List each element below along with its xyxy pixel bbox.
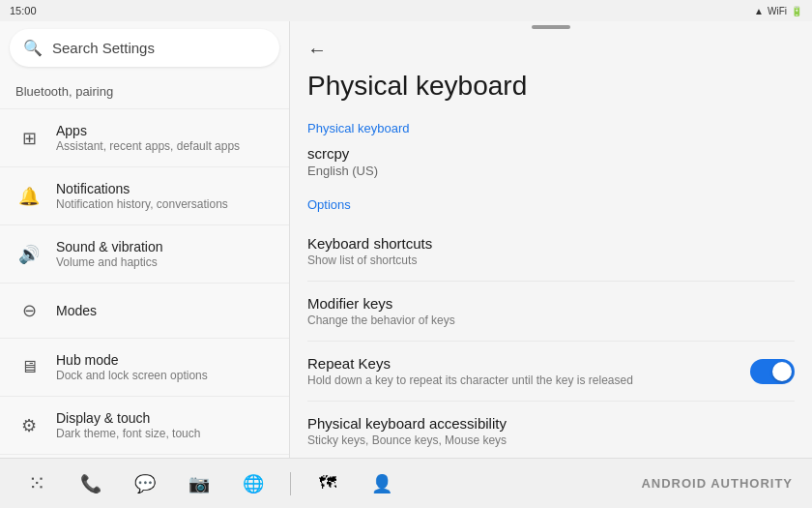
device-name: scrcpy — [307, 145, 795, 162]
sound-icon: 🔊 — [15, 241, 43, 268]
sidebar-item-hubmode[interactable]: 🖥 Hub mode Dock and lock screen options — [0, 339, 289, 397]
top-bar — [290, 21, 812, 29]
repeat-keys-toggle[interactable] — [750, 359, 795, 384]
phone-icon[interactable]: 📞 — [73, 466, 108, 501]
shortcuts-subtitle: Show list of shortcuts — [307, 254, 795, 267]
apps-title: Apps — [56, 123, 240, 138]
sidebar-item-modes[interactable]: ⊖ Modes — [0, 284, 289, 339]
accessibility-subtitle: Sticky keys, Bounce keys, Mouse keys — [307, 433, 795, 447]
main-layout: 🔍 Search Settings Bluetooth, pairing ⊞ A… — [0, 21, 812, 458]
display-title: Display & touch — [56, 410, 200, 426]
apps-icon[interactable]: ⁙ — [19, 466, 54, 501]
notifications-title: Notifications — [56, 181, 228, 196]
sidebar-item-display[interactable]: ⚙ Display & touch Dark theme, font size,… — [0, 397, 289, 455]
modifier-subtitle: Change the behavior of keys — [307, 314, 795, 327]
modes-icon: ⊖ — [15, 297, 43, 324]
status-icons: ▲ WiFi 🔋 — [754, 6, 802, 16]
notifications-icon: 🔔 — [15, 183, 43, 210]
apps-icon: ⊞ — [15, 125, 43, 152]
taskbar-icons-left: ⁙ 📞 💬 📷 🌐 🗺 👤 — [19, 466, 399, 501]
status-time: 15:00 — [10, 5, 37, 16]
keyboard-device: scrcpy English (US) — [307, 145, 795, 178]
notifications-subtitle: Notification history, conversations — [56, 197, 228, 211]
modes-title: Modes — [56, 303, 97, 318]
modifier-keys-row[interactable]: Modifier keys Change the behavior of key… — [307, 282, 795, 342]
sidebar-item-notifications[interactable]: 🔔 Notifications Notification history, co… — [0, 167, 289, 225]
keyboard-shortcuts-row[interactable]: Keyboard shortcuts Show list of shortcut… — [307, 222, 795, 282]
options-section: Options Keyboard shortcuts Show list of … — [307, 197, 795, 458]
camera-icon[interactable]: 📷 — [182, 466, 217, 501]
display-subtitle: Dark theme, font size, touch — [56, 427, 200, 440]
sidebar-item-apps[interactable]: ⊞ Apps Assistant, recent apps, default a… — [0, 109, 289, 167]
accessibility-title: Physical keyboard accessibility — [307, 415, 795, 432]
accessibility-row[interactable]: Physical keyboard accessibility Sticky k… — [307, 402, 795, 458]
sidebar-item-sound[interactable]: 🔊 Sound & vibration Volume and haptics — [0, 225, 289, 284]
repeat-keys-subtitle: Hold down a key to repeat its character … — [307, 374, 750, 387]
apps-subtitle: Assistant, recent apps, default apps — [56, 139, 240, 153]
display-icon: ⚙ — [15, 412, 43, 439]
profile-icon[interactable]: 👤 — [364, 466, 399, 501]
repeat-keys-row[interactable]: Repeat Keys Hold down a key to repeat it… — [307, 342, 795, 402]
options-label: Options — [307, 197, 795, 212]
section-label-keyboard: Physical keyboard — [307, 121, 795, 135]
status-bar: 15:00 ▲ WiFi 🔋 — [0, 0, 812, 21]
shortcuts-title: Keyboard shortcuts — [307, 235, 795, 252]
right-panel: ← Physical keyboard Physical keyboard sc… — [290, 21, 812, 458]
repeat-keys-title: Repeat Keys — [307, 355, 750, 372]
modifier-title: Modifier keys — [307, 295, 795, 312]
search-placeholder: Search Settings — [52, 40, 155, 56]
sound-subtitle: Volume and haptics — [56, 255, 163, 269]
back-button[interactable]: ← — [290, 29, 812, 71]
maps-icon[interactable]: 🗺 — [310, 466, 345, 501]
page-title: Physical keyboard — [307, 71, 795, 102]
messages-icon[interactable]: 💬 — [128, 466, 162, 501]
chrome-icon[interactable]: 🌐 — [236, 466, 271, 501]
taskbar-divider — [290, 472, 291, 495]
search-icon: 🔍 — [23, 39, 43, 57]
sound-title: Sound & vibration — [56, 239, 163, 254]
settings-list: Bluetooth, pairing ⊞ Apps Assistant, rec… — [0, 75, 289, 458]
search-bar[interactable]: 🔍 Search Settings — [10, 29, 279, 67]
hubmode-subtitle: Dock and lock screen options — [56, 369, 208, 382]
watermark: ANDROID AUTHORITY — [641, 476, 793, 491]
device-language: English (US) — [307, 164, 795, 178]
right-content: Physical keyboard Physical keyboard scrc… — [290, 71, 812, 458]
hubmode-title: Hub mode — [56, 352, 208, 368]
taskbar: ⁙ 📞 💬 📷 🌐 🗺 👤 ANDROID AUTHORITY — [0, 458, 812, 508]
bluetooth-item[interactable]: Bluetooth, pairing — [0, 75, 289, 109]
left-panel: 🔍 Search Settings Bluetooth, pairing ⊞ A… — [0, 21, 290, 458]
hubmode-icon: 🖥 — [15, 354, 43, 381]
